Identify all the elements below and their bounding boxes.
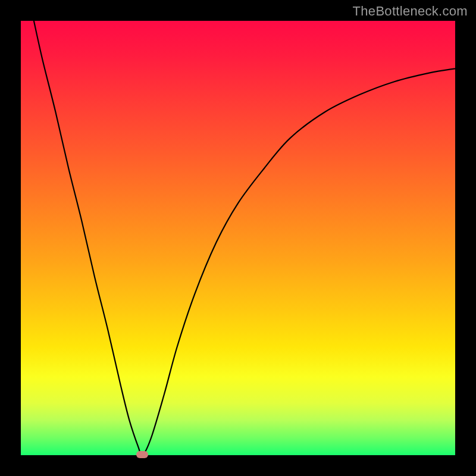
bottleneck-curve: [21, 21, 455, 455]
plot-area: [21, 21, 455, 455]
min-point-marker: [136, 451, 148, 458]
watermark-text: TheBottleneck.com: [353, 4, 468, 19]
chart-frame: TheBottleneck.com: [0, 0, 476, 476]
curve-path: [34, 21, 455, 455]
